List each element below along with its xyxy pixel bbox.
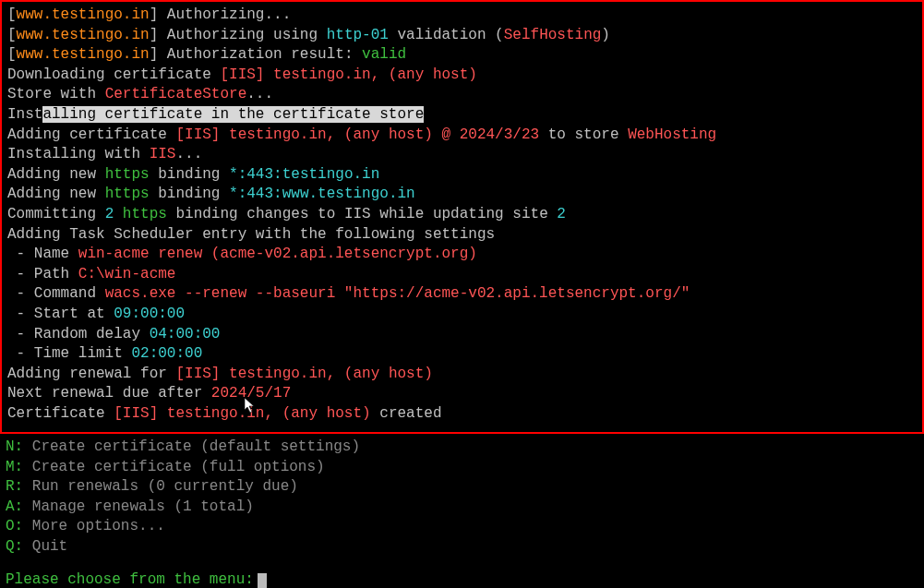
terminal-text-segment: 04:00:00 (150, 326, 221, 342)
terminal-text-segment: ) (601, 27, 610, 43)
prompt-text: Please choose from the menu: (6, 571, 254, 588)
terminal-line: Certificate [IIS] testingo.in, (any host… (7, 404, 917, 425)
terminal-text-segment: Store with (7, 86, 105, 102)
terminal-text-segment: [IIS] testingo.in, (any host) (114, 405, 370, 422)
terminal-line: [www.testingo.in] Authorization result: … (7, 45, 917, 66)
menu: N: Create certificate (default settings)… (0, 434, 924, 558)
terminal-text-segment: IIS (150, 146, 176, 162)
terminal-text-segment: Authorizing... (167, 6, 291, 23)
terminal-line: Adding renewal for [IIS] testingo.in, (a… (7, 365, 917, 385)
menu-item-o[interactable]: O: More options... (6, 517, 918, 537)
menu-label: Create certificate (full options) (23, 459, 324, 475)
terminal-text-segment: binding changes to IIS while updating si… (167, 206, 557, 222)
menu-key: N: (6, 438, 23, 455)
terminal-text-segment: Committing (7, 206, 105, 222)
terminal-text-segment: 02:00:00 (131, 345, 202, 362)
terminal-text-segment: CertificateStore (105, 86, 247, 102)
terminal-text-segment: Inst (7, 106, 42, 123)
terminal-text-segment: *:443:www.testingo.in (229, 186, 415, 202)
terminal-text-segment: [ (7, 6, 17, 23)
terminal-text-segment: Downloading certificate (7, 66, 220, 83)
terminal-text-segment: [IIS] testingo.in, (any host) @ 2024/3/2… (175, 126, 539, 143)
terminal-text-segment: [IIS] testingo.in, (any host) (175, 366, 432, 382)
terminal-line: - Start at 09:00:00 (7, 305, 917, 325)
terminal-line: Store with CertificateStore... (7, 85, 917, 105)
terminal-text-segment: https (123, 206, 167, 222)
terminal-line: [www.testingo.in] Authorizing using http… (7, 26, 917, 46)
terminal-line: Installing certificate in the certificat… (7, 105, 917, 126)
terminal-text-segment: Adding Task Scheduler entry with the fol… (7, 226, 495, 243)
terminal-text-segment: Adding new (7, 166, 105, 183)
terminal-text-segment: to store (539, 126, 628, 143)
terminal-text-segment: Installing with (7, 146, 150, 162)
menu-key: R: (6, 478, 23, 495)
terminal-text-segment: https (105, 166, 150, 183)
terminal-line: Adding new https binding *:443:testingo.… (7, 165, 917, 186)
terminal-text-segment: binding (150, 186, 229, 202)
terminal-text-segment: [ (7, 27, 17, 43)
terminal-text-segment: wacs.exe --renew --baseuri "https://acme… (105, 285, 690, 302)
terminal-text-segment: Adding certificate (7, 126, 175, 143)
terminal-text-segment: C:\win-acme (78, 266, 176, 282)
terminal-line: Adding certificate [IIS] testingo.in, (a… (7, 126, 917, 146)
terminal-text-segment: Authorization result: (167, 46, 362, 63)
terminal-text-segment: binding (150, 166, 229, 183)
terminal-text-segment: www.testingo.in (17, 27, 150, 43)
menu-key: A: (6, 498, 23, 515)
terminal-text-segment: 2024/5/17 (211, 385, 291, 402)
terminal-text-segment: - Path (7, 266, 78, 282)
terminal-text-segment (114, 206, 123, 222)
terminal-line: Adding new https binding *:443:www.testi… (7, 185, 917, 205)
menu-key: M: (6, 459, 23, 475)
terminal-text-segment: www.testingo.in (17, 6, 150, 23)
terminal-text-segment: created (371, 405, 442, 422)
terminal-text-segment: Adding renewal for (7, 366, 175, 382)
terminal-text-segment: ] (150, 6, 167, 23)
menu-item-q[interactable]: Q: Quit (6, 537, 918, 558)
terminal-line: Installing with IIS... (7, 145, 917, 165)
terminal-text-segment: validation ( (389, 27, 504, 43)
terminal-text-segment: - Start at (7, 306, 114, 322)
terminal-line: - Random delay 04:00:00 (7, 325, 917, 345)
terminal-text-segment: *:443:testingo.in (229, 166, 379, 183)
terminal-text-segment: Adding new (7, 186, 105, 202)
terminal-line: Committing 2 https binding changes to II… (7, 205, 917, 225)
terminal-line: - Command wacs.exe --renew --baseuri "ht… (7, 284, 917, 305)
terminal-text-segment: 2 (105, 206, 114, 222)
terminal-text-segment: - Random delay (7, 326, 150, 342)
terminal-line: Downloading certificate [IIS] testingo.i… (7, 66, 917, 86)
terminal-text-segment: valid (362, 46, 406, 63)
input-cursor[interactable] (258, 573, 267, 588)
menu-label: Run renewals (0 currently due) (23, 478, 298, 495)
menu-item-a[interactable]: A: Manage renewals (1 total) (6, 498, 918, 518)
terminal-line: - Path C:\win-acme (7, 265, 917, 285)
terminal-text-segment: http-01 (327, 27, 389, 43)
terminal-text-segment: [ (7, 46, 17, 63)
terminal-output-frame: [www.testingo.in] Authorizing...[www.tes… (0, 0, 924, 434)
terminal-text-segment: 09:00:00 (114, 306, 185, 322)
terminal-text-segment: alling certificate in the certificate st… (42, 106, 424, 123)
menu-label: Manage renewals (1 total) (23, 498, 254, 515)
menu-key: Q: (6, 538, 23, 555)
terminal-line: Next renewal due after 2024/5/17 (7, 384, 917, 404)
terminal-text-segment: WebHosting (628, 126, 716, 143)
menu-item-m[interactable]: M: Create certificate (full options) (6, 458, 918, 478)
menu-item-r[interactable]: R: Run renewals (0 currently due) (6, 477, 918, 498)
terminal-line: [www.testingo.in] Authorizing... (7, 6, 917, 26)
terminal-text-segment: - Command (7, 285, 105, 302)
terminal-text-segment: 2 (557, 206, 566, 222)
terminal-line: - Time limit 02:00:00 (7, 344, 917, 365)
menu-item-n[interactable]: N: Create certificate (default settings) (6, 438, 918, 458)
terminal-text-segment: Certificate (7, 405, 114, 422)
terminal-text-segment: Authorizing using (167, 27, 327, 43)
terminal-text-segment: ] (150, 27, 167, 43)
terminal-text-segment: win-acme renew (acme-v02.api.letsencrypt… (78, 246, 477, 262)
menu-label: Create certificate (default settings) (23, 438, 360, 455)
menu-label: Quit (23, 538, 67, 555)
terminal-text-segment: SelfHosting (504, 27, 602, 43)
terminal-line: Adding Task Scheduler entry with the fol… (7, 225, 917, 246)
menu-key: O: (6, 518, 23, 534)
menu-label: More options... (23, 518, 165, 534)
menu-prompt: Please choose from the menu: (0, 570, 924, 588)
terminal-text-segment: - Name (7, 246, 78, 262)
